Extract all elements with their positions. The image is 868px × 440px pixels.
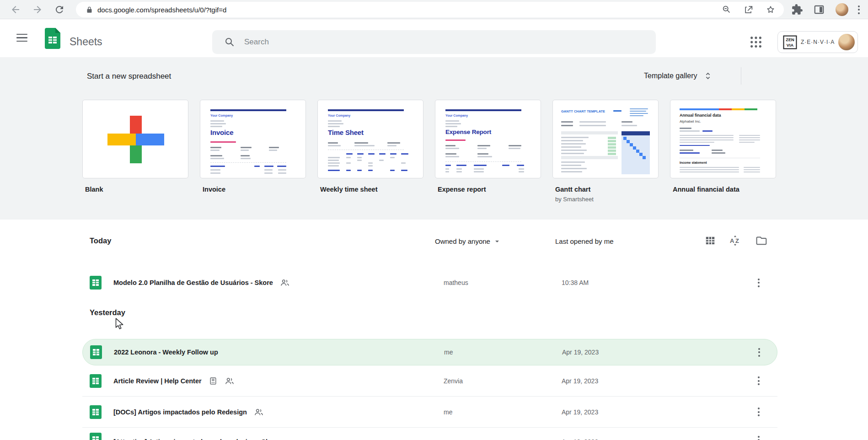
thumb-company: Alphabet Inc. — [680, 119, 701, 123]
plus-yellow — [107, 134, 136, 145]
file-title: [Attention] Artigos impactados pelo rede… — [113, 438, 280, 440]
template-section-title: Start a new spreadsheet — [87, 72, 171, 81]
sheets-logo-icon[interactable] — [45, 28, 60, 49]
thumb-company: Your Company — [210, 114, 233, 117]
file-opened: Apr 19, 2023 — [562, 349, 599, 356]
owner-filter-dropdown[interactable]: Owned by anyone — [435, 237, 500, 245]
share-icon[interactable] — [744, 5, 754, 15]
grid-view-icon[interactable] — [704, 235, 716, 247]
app-name: Sheets — [70, 36, 102, 48]
spreadsheet-file-icon — [90, 433, 102, 440]
thumb-title: GANTT CHART TEMPLATE — [561, 109, 605, 113]
spreadsheet-file-icon — [90, 405, 102, 419]
svg-text:A: A — [730, 237, 734, 244]
browser-profile-avatar[interactable] — [836, 3, 848, 16]
file-title: [DOCs] Artigos impactados pelo Redesign — [113, 408, 247, 416]
file-owner: matheus — [444, 279, 468, 286]
search-icon — [224, 37, 235, 48]
file-opened: Apr 19, 2023 — [562, 377, 598, 385]
file-owner: me — [444, 349, 453, 356]
template-sublabel: by Smartsheet — [552, 196, 659, 203]
template-label: Weekly time sheet — [317, 186, 423, 193]
spreadsheet-file-icon — [90, 276, 102, 290]
row-menu-icon[interactable] — [753, 277, 764, 288]
list-header: Today Owned by anyone Last opened by me … — [0, 231, 868, 251]
file-opened: Apr 19, 2023 — [562, 408, 598, 416]
svg-text:VIA: VIA — [787, 43, 794, 47]
thumb-title: Expense Report — [445, 129, 491, 135]
zenvia-logo-icon: ZEN VIA — [783, 35, 797, 49]
row-menu-icon[interactable] — [753, 435, 764, 440]
shared-people-icon — [225, 376, 235, 386]
owner-filter-label: Owned by anyone — [435, 237, 490, 245]
template-label: Blank — [82, 186, 188, 193]
spreadsheet-file-icon — [90, 345, 102, 359]
template-card-blank[interactable] — [82, 100, 188, 178]
google-sheets-home: docs.google.com/spreadsheets/u/0/?tgif=d… — [0, 0, 868, 440]
template-gallery-button[interactable]: Template gallery — [644, 68, 713, 84]
template-card-invoice[interactable]: Your Company Invoice — [200, 100, 306, 178]
file-title: 2022 Leonora - Weekly Follow up — [114, 349, 218, 356]
app-header: Sheets ZEN VIA Z·E·N·V·I·A — [0, 19, 868, 57]
thumb-company: Your Company — [328, 114, 350, 117]
plus-blue — [136, 134, 164, 145]
account-avatar[interactable] — [838, 34, 855, 50]
refresh-icon[interactable] — [54, 4, 65, 15]
template-cards: Blank Your Company Invoice — [82, 100, 776, 203]
search-input[interactable] — [244, 38, 610, 47]
extensions-puzzle-icon[interactable] — [791, 4, 803, 16]
caret-down-icon — [494, 239, 500, 244]
back-icon[interactable] — [10, 4, 21, 15]
section-yesterday: Yesterday — [90, 308, 125, 317]
account-chip[interactable]: ZEN VIA Z·E·N·V·I·A — [777, 31, 858, 53]
zoom-out-icon[interactable] — [722, 5, 732, 15]
file-owner: me — [444, 408, 452, 416]
template-label: Expense report — [435, 186, 541, 193]
file-row[interactable]: [DOCs] Artigos impactados pelo Redesign … — [82, 397, 777, 428]
svg-text:ZEN: ZEN — [786, 37, 794, 42]
file-row[interactable]: Article Review | Help Center Zenvia Apr … — [82, 365, 777, 397]
template-card-expense-report[interactable]: Your Company Expense Report — [435, 100, 541, 178]
file-opened: Apr 19, 2023 — [562, 438, 598, 440]
folder-icon[interactable] — [755, 235, 767, 247]
file-title: Modelo 2.0 Planilha de Gestão de Usuário… — [113, 279, 273, 286]
template-gallery-label: Template gallery — [644, 72, 697, 80]
template-label: Annual financial data — [670, 186, 776, 193]
thumb-section: Income statement — [680, 161, 707, 164]
svg-text:Z: Z — [735, 237, 739, 244]
lock-icon — [86, 6, 93, 13]
browser-menu-icon[interactable] — [854, 4, 863, 16]
sort-az-icon[interactable]: AZ — [729, 235, 741, 247]
address-bar[interactable]: docs.google.com/spreadsheets/u/0/?tgif=d — [76, 2, 784, 17]
template-label: Invoice — [200, 186, 306, 193]
template-label: Gantt chart — [552, 186, 659, 193]
thumb-title: Invoice — [210, 129, 233, 136]
template-card-gantt-chart[interactable]: GANTT CHART TEMPLATE — [552, 100, 659, 178]
template-card-weekly-time-sheet[interactable]: Your Company Time Sheet — [317, 100, 423, 178]
template-card-annual-financial-data[interactable]: Annual financial data Alphabet Inc. — [670, 100, 776, 178]
file-row-partial[interactable]: [Attention] Artigos impactados pelo rede… — [82, 433, 777, 440]
org-name: Z·E·N·V·I·A — [801, 39, 835, 45]
search-bar — [212, 30, 656, 54]
row-menu-icon[interactable] — [754, 347, 765, 358]
thumb-title: Annual financial data — [680, 113, 721, 118]
bookmark-star-icon[interactable] — [766, 5, 776, 15]
file-row[interactable]: Modelo 2.0 Planilha de Gestão de Usuário… — [82, 269, 777, 296]
thumb-company: Your Company — [445, 114, 468, 117]
last-opened-sort[interactable]: Last opened by me — [555, 237, 614, 245]
file-row-selected[interactable]: 2022 Leonora - Weekly Follow up me Apr 1… — [82, 339, 777, 365]
google-apps-grid-icon[interactable] — [750, 36, 762, 48]
file-owner: Zenvia — [444, 377, 463, 385]
main-menu-icon[interactable] — [16, 34, 27, 42]
divider — [741, 67, 741, 85]
shared-people-icon — [254, 408, 264, 417]
badge-icon — [209, 376, 218, 386]
spreadsheet-file-icon — [90, 374, 102, 388]
row-menu-icon[interactable] — [753, 407, 764, 418]
side-panel-icon[interactable] — [813, 4, 825, 16]
expand-chevrons-icon — [703, 71, 713, 81]
thumb-title: Time Sheet — [328, 129, 364, 136]
forward-icon[interactable] — [32, 4, 43, 15]
url-text: docs.google.com/spreadsheets/u/0/?tgif=d — [97, 6, 226, 14]
row-menu-icon[interactable] — [753, 376, 764, 386]
